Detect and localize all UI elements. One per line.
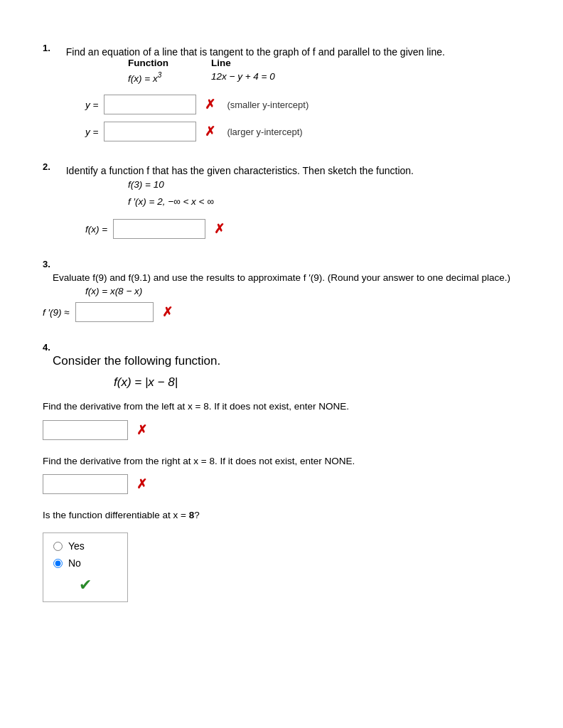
problem-1-instruction: Find an equation of a line that is tange… <box>66 46 445 58</box>
function-header: Function <box>128 58 168 68</box>
problem-3-input[interactable] <box>75 302 154 322</box>
problem-3-func: f(x) = x(8 − x) <box>85 286 535 296</box>
answer1-wrong-icon: ✗ <box>205 97 215 112</box>
line-value: 12x − y + 4 = 0 <box>211 71 275 82</box>
problem-4-right-wrong-icon: ✗ <box>136 476 147 492</box>
problem-2-number: 2. <box>43 161 50 172</box>
answer2-label: y = <box>85 127 98 137</box>
problem-4-instruction: Consider the following function. <box>53 354 535 368</box>
char1: f(3) = 10 <box>128 176 535 193</box>
answer1-input[interactable] <box>104 95 196 114</box>
problem-2-answer-label: f(x) = <box>85 224 107 235</box>
radio-no-label: No <box>68 557 81 569</box>
checkmark-icon: ✔ <box>79 576 92 594</box>
problem-4-left-row: ✗ <box>43 420 535 440</box>
problem-1-table: Function f(x) = x3 Line 12x − y + 4 = 0 <box>128 58 535 84</box>
problem-4-func: f(x) = |x − 8| <box>114 375 535 390</box>
line-col: Line 12x − y + 4 = 0 <box>211 58 275 84</box>
function-col: Function f(x) = x3 <box>128 58 168 84</box>
answer1-label: y = <box>85 100 98 110</box>
problem-4-number: 4. <box>43 342 535 353</box>
function-value: f(x) = x3 <box>128 71 168 84</box>
char2: f ′(x) = 2, −∞ < x < ∞ <box>128 193 535 210</box>
answer2-hint: (larger y-intercept) <box>227 127 302 137</box>
problem-1: 1. Find an equation of a line that is ta… <box>43 43 535 141</box>
problem-4: 4. Consider the following function. f(x)… <box>43 342 535 602</box>
radio-yes-row: Yes <box>53 540 117 552</box>
answer2-input[interactable] <box>104 122 196 141</box>
problem-2-characteristics: f(3) = 10 f ′(x) = 2, −∞ < x < ∞ <box>128 176 535 211</box>
problem-3-answer-label: f ′(9) ≈ <box>43 307 70 318</box>
problem-3-wrong-icon: ✗ <box>162 304 173 320</box>
problem-4-right-row: ✗ <box>43 474 535 494</box>
problem-4-question-right: Find the derivative from the right at x … <box>43 454 535 469</box>
problem-3-answer-row: f ′(9) ≈ ✗ <box>43 302 535 322</box>
radio-no[interactable] <box>53 559 63 568</box>
answer-row-2: y = ✗ (larger y-intercept) <box>85 122 535 141</box>
line-header: Line <box>211 58 275 68</box>
problem-3-instruction: Evaluate f(9) and f(9.1) and use the res… <box>53 272 535 283</box>
differentiable-radio-group: Yes No ✔ <box>43 532 128 602</box>
problem-2-answer-row: f(x) = ✗ <box>85 219 535 239</box>
answer-row-1: y = ✗ (smaller y-intercept) <box>85 95 535 114</box>
problem-2-input[interactable] <box>113 219 205 239</box>
problem-4-left-input[interactable] <box>43 420 128 440</box>
problem-4-diff-question: Is the function differentiable at x = 8? <box>43 508 535 523</box>
problem-4-right-input[interactable] <box>43 474 128 494</box>
radio-yes-label: Yes <box>68 540 85 552</box>
problem-2-wrong-icon: ✗ <box>214 221 225 237</box>
problem-4-question-left: Find the derivative from the left at x =… <box>43 400 535 414</box>
problem-2: 2. Identify a function f that has the gi… <box>43 161 535 239</box>
problem-3: 3. Evaluate f(9) and f(9.1) and use the … <box>43 259 535 322</box>
radio-yes[interactable] <box>53 542 63 551</box>
submit-button[interactable]: ✔ <box>53 576 117 594</box>
problem-2-instruction: Identify a function f that has the given… <box>66 165 414 176</box>
radio-no-row: No <box>53 557 117 569</box>
problem-4-left-wrong-icon: ✗ <box>136 422 147 438</box>
problem-1-number: 1. <box>43 43 50 53</box>
answer2-wrong-icon: ✗ <box>205 124 215 139</box>
problem-3-number-label: 3. <box>43 259 535 269</box>
answer1-hint: (smaller y-intercept) <box>227 100 309 110</box>
